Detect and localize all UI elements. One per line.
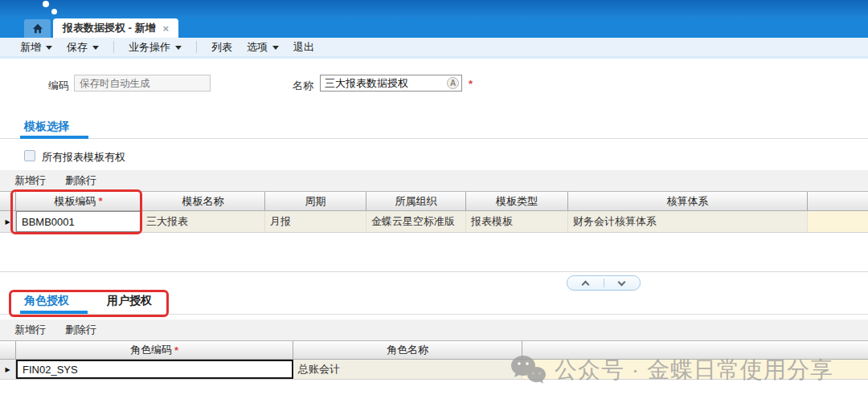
logo-dot-icon	[43, 1, 49, 7]
tab-title: 报表数据授权 - 新增	[63, 21, 156, 35]
cell-empty[interactable]	[522, 360, 868, 379]
cell-template-type[interactable]: 报表模板	[466, 211, 568, 232]
tab-template-select[interactable]: 模板选择	[24, 120, 69, 134]
template-table-row: ▶ BBMB0001 三大报表 月报 金蝶云星空标准版 报表模板 财务会计核算体…	[0, 211, 868, 233]
required-mark: *	[174, 344, 178, 356]
column-label: 周期	[305, 194, 326, 209]
column-label: 角色编码	[130, 343, 172, 357]
row-selector[interactable]: ▶	[0, 360, 16, 379]
chevron-down-icon	[46, 46, 52, 50]
row-selector[interactable]: ▶	[0, 211, 16, 232]
chevron-up-icon	[581, 281, 589, 289]
menu-new-label: 新增	[20, 40, 41, 55]
multilanguage-icon[interactable]: A	[447, 77, 459, 89]
name-input[interactable]	[321, 77, 447, 89]
home-tab[interactable]	[24, 19, 51, 38]
cell-template-code[interactable]: BBMB0001	[16, 211, 141, 232]
column-label: 角色名称	[387, 343, 428, 357]
all-templates-checkbox[interactable]	[24, 150, 35, 161]
template-grid-toolbar: 新增行 删除行	[0, 170, 868, 191]
required-mark: *	[98, 195, 102, 207]
row-indicator-header	[0, 341, 16, 359]
all-templates-checkbox-label: 所有报表模板有权	[42, 150, 125, 165]
chevron-down-icon	[618, 278, 626, 286]
row-indicator-header	[0, 192, 16, 210]
column-header-role-name[interactable]: 角色名称	[293, 341, 522, 359]
add-row-button[interactable]: 新增行	[14, 323, 46, 337]
column-header-empty	[522, 341, 868, 359]
tab-user-auth[interactable]: 用户授权	[107, 294, 152, 308]
column-header-empty	[808, 192, 868, 210]
menu-business-ops-label: 业务操作	[129, 40, 170, 55]
menu-list[interactable]: 列表	[211, 40, 232, 55]
required-mark: *	[469, 78, 473, 90]
active-tab-underline	[20, 136, 88, 139]
cell-role-name[interactable]: 总账会计	[293, 360, 522, 379]
grid-bottom-border	[0, 271, 868, 272]
delete-row-button[interactable]: 删除行	[65, 173, 96, 188]
column-header-template-name[interactable]: 模板名称	[141, 192, 265, 210]
code-field-label: 编码	[26, 79, 69, 93]
code-input[interactable]	[74, 75, 211, 92]
menu-options-label: 选项	[247, 40, 268, 55]
cell-period[interactable]: 月报	[265, 211, 366, 232]
app-top-bar	[0, 0, 868, 18]
chevron-down-icon	[272, 46, 279, 50]
toolbar-underline	[0, 56, 868, 59]
menu-exit[interactable]: 退出	[293, 40, 314, 55]
role-grid-toolbar: 新增行 删除行	[0, 319, 868, 340]
column-header-accounting-system[interactable]: 核算体系	[568, 192, 808, 210]
column-header-role-code[interactable]: 角色编码 *	[16, 341, 293, 359]
chevron-down-icon	[92, 46, 99, 50]
template-grid-header: 模板编码 * 模板名称 周期 所属组织 模板类型 核算体系	[0, 191, 868, 211]
tab-role-auth[interactable]: 角色授权	[24, 294, 69, 308]
chevron-down-icon	[175, 46, 182, 50]
menu-save[interactable]: 保存	[67, 40, 99, 55]
column-label: 模板名称	[182, 194, 224, 209]
column-label: 核算体系	[667, 194, 709, 209]
cell-template-name[interactable]: 三大报表	[141, 211, 265, 232]
menu-save-label: 保存	[67, 40, 88, 55]
active-tab-underline	[20, 311, 88, 314]
document-tab-strip: 报表数据授权 - 新增 ×	[0, 18, 868, 38]
toolbar-separator	[196, 41, 197, 53]
section-divider	[0, 314, 868, 315]
kingdee-report-data-auth-page: 报表数据授权 - 新增 × 新增 保存 业务操作 列表 选项 退出	[0, 0, 868, 411]
row-indicator-icon: ▶	[5, 218, 10, 226]
cell-role-code[interactable]: FIN02_SYS	[16, 360, 293, 379]
column-header-template-code[interactable]: 模板编码 *	[16, 192, 141, 210]
role-table-row: ▶ FIN02_SYS 总账会计	[0, 360, 868, 380]
collapse-up-button[interactable]	[567, 276, 604, 290]
delete-row-button[interactable]: 删除行	[65, 323, 96, 337]
main-toolbar: 新增 保存 业务操作 列表 选项 退出	[0, 38, 868, 56]
column-header-template-type[interactable]: 模板类型	[466, 192, 568, 210]
logo-dot-icon	[51, 9, 57, 14]
menu-options[interactable]: 选项	[247, 40, 279, 55]
column-label: 模板类型	[496, 194, 538, 209]
close-icon[interactable]: ×	[163, 23, 170, 34]
name-field: A	[320, 75, 462, 92]
column-label: 所属组织	[395, 194, 437, 209]
role-grid-header: 角色编码 * 角色名称	[0, 340, 868, 360]
add-row-button[interactable]: 新增行	[14, 173, 46, 188]
column-header-org[interactable]: 所属组织	[366, 192, 466, 210]
menu-business-ops[interactable]: 业务操作	[129, 40, 182, 55]
panel-splitter	[567, 275, 641, 291]
tab-report-data-auth[interactable]: 报表数据授权 - 新增 ×	[53, 18, 178, 38]
home-icon	[32, 23, 43, 34]
column-label: 模板编码	[54, 194, 96, 209]
menu-new[interactable]: 新增	[20, 40, 52, 55]
column-header-period[interactable]: 周期	[265, 192, 366, 210]
row-indicator-icon: ▶	[5, 366, 10, 373]
collapse-down-button[interactable]	[604, 276, 641, 290]
cell-accounting-system[interactable]: 财务会计核算体系	[568, 211, 808, 232]
section-divider	[0, 138, 868, 139]
cell-org[interactable]: 金蝶云星空标准版	[366, 211, 466, 232]
menu-list-label: 列表	[211, 40, 232, 55]
cell-empty[interactable]	[808, 211, 868, 232]
name-field-label: 名称	[293, 79, 313, 93]
toolbar-separator	[113, 41, 114, 53]
menu-exit-label: 退出	[293, 40, 314, 55]
